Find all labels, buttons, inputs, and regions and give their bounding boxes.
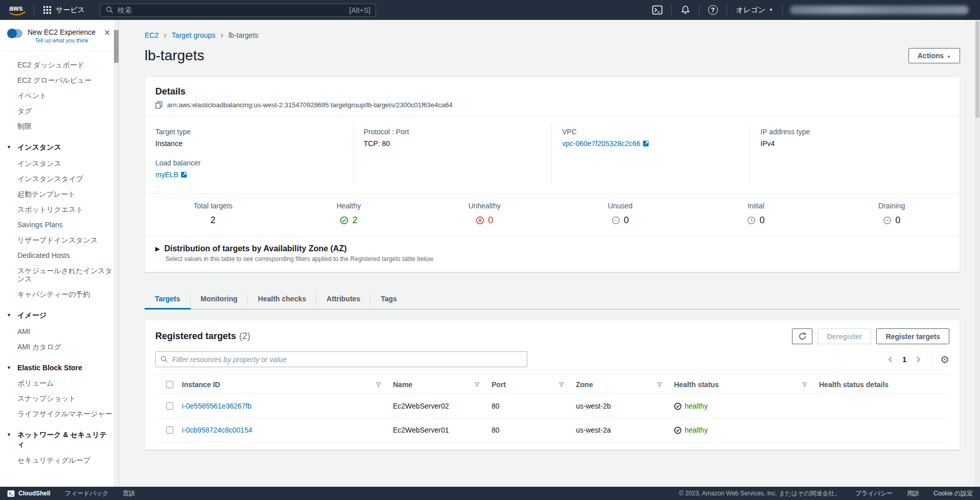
sidebar-item-snapshots[interactable]: スナップショット (0, 391, 119, 406)
sidebar-item-events[interactable]: イベント (0, 88, 119, 103)
filter-input[interactable] (172, 355, 522, 364)
footer-cookie-settings-link[interactable]: Cookie の設定 (926, 487, 980, 500)
sidebar-item-reserved-instances[interactable]: リザーブドインスタンス (0, 232, 119, 248)
vpc-link[interactable]: vpc-060e7f205328c2c66 (562, 139, 649, 148)
page-number[interactable]: 1 (899, 355, 909, 364)
sort-icon[interactable]: ▽ (475, 381, 479, 388)
breadcrumb: EC2 › Target groups › lb-targets (145, 31, 960, 39)
external-link-icon (643, 140, 649, 147)
close-icon[interactable]: ✕ (103, 28, 111, 37)
breadcrumb-current: lb-targets (228, 31, 258, 39)
sidebar-item-instances[interactable]: インスタンス (0, 156, 119, 171)
account-menu-redacted[interactable] (790, 6, 969, 14)
sidebar-item-limits[interactable]: 制限 (0, 118, 119, 134)
registered-targets-count: (2) (239, 331, 250, 342)
sidebar-section-network-security[interactable]: ▼ネットワーク & セキュリティ (0, 421, 119, 453)
sidebar-item-lifecycle-manager[interactable]: ライフサイクルマネージャー (0, 406, 119, 421)
new-experience-toggle[interactable] (7, 29, 22, 38)
filter-box (155, 351, 527, 367)
page-scrollbar[interactable] (975, 20, 980, 487)
cloudshell-button[interactable] (643, 0, 671, 20)
sidebar-item-ec2-global-view[interactable]: EC2 グローバルビュー (0, 73, 119, 88)
tab-monitoring[interactable]: Monitoring (191, 290, 248, 309)
gear-icon[interactable]: ⚙ (940, 354, 949, 365)
column-header-zone[interactable]: Zone▽ (576, 380, 674, 389)
column-header-instance-id[interactable]: Instance ID▽ (182, 380, 393, 389)
deregister-button[interactable]: Deregister (818, 328, 871, 344)
sidebar-item-ec2-dashboard[interactable]: EC2 ダッシュボード (0, 57, 119, 73)
register-targets-button[interactable]: Register targets (876, 328, 949, 344)
breadcrumb-target-groups[interactable]: Target groups (172, 31, 216, 39)
experience-feedback-link[interactable]: Tell us what you think (28, 37, 96, 43)
services-menu-button[interactable]: サービス (34, 0, 94, 20)
sidebar-item-ami[interactable]: AMI (0, 324, 119, 339)
check-circle-icon (340, 216, 348, 225)
clock-icon (747, 216, 756, 225)
region-selector[interactable]: オレゴン ▼ (727, 0, 782, 20)
select-all-checkbox[interactable] (166, 381, 173, 388)
sidebar-item-volumes[interactable]: ボリューム (0, 375, 119, 391)
notifications-button[interactable] (672, 0, 699, 20)
details-panel: Details arn:aws:elasticloadbalancing:us-… (145, 77, 960, 272)
row-checkbox[interactable] (166, 426, 173, 434)
sidebar-item-security-groups[interactable]: セキュリティグループ (0, 453, 119, 468)
registered-targets-heading: Registered targets (155, 331, 236, 342)
copy-icon[interactable] (155, 101, 162, 109)
scrollbar-thumb[interactable] (114, 30, 119, 63)
sort-icon[interactable]: ▽ (803, 381, 807, 388)
sidebar-item-savings-plans[interactable]: Savings Plans (0, 217, 119, 232)
main-content: EC2 › Target groups › lb-targets lb-targ… (119, 20, 980, 487)
sidebar-section-instances[interactable]: ▼インスタンス (0, 134, 119, 156)
sidebar-item-spot-requests[interactable]: スポットリクエスト (0, 202, 119, 217)
refresh-button[interactable] (792, 328, 812, 344)
vpc-label: VPC (562, 128, 739, 136)
column-header-port[interactable]: Port▽ (492, 380, 576, 389)
tab-health-checks[interactable]: Health checks (248, 290, 316, 309)
sidebar-item-tags[interactable]: タグ (0, 103, 119, 118)
sort-icon[interactable]: ▽ (559, 381, 564, 388)
sidebar-item-launch-templates[interactable]: 起動テンプレート (0, 186, 119, 202)
footer-language-link[interactable]: 言語 (115, 487, 142, 500)
footer-privacy-link[interactable]: プライバシー (848, 487, 900, 500)
search-icon (160, 355, 168, 363)
sidebar-item-scheduled-instances[interactable]: スケジュールされたインスタンス (0, 263, 119, 287)
sidebar-scrollbar[interactable] (114, 20, 119, 487)
chevron-right-icon: › (221, 32, 224, 39)
aws-logo-icon[interactable]: aws (8, 4, 27, 16)
sort-icon[interactable]: ▽ (377, 381, 381, 388)
sidebar-section-images[interactable]: ▼イメージ (0, 302, 119, 324)
sort-icon[interactable]: ▽ (658, 381, 662, 388)
sidebar-item-ami-catalog[interactable]: AMI カタログ (0, 339, 119, 354)
load-balancer-link[interactable]: myELB (155, 171, 187, 179)
sidebar-section-ebs[interactable]: ▼Elastic Block Store (0, 354, 119, 375)
distribution-expander[interactable]: ▶ Distribution of targets by Availabilit… (155, 244, 949, 253)
column-header-name[interactable]: Name▽ (393, 380, 492, 389)
breadcrumb-ec2[interactable]: EC2 (145, 31, 158, 39)
svg-text:aws: aws (9, 4, 23, 12)
sidebar-item-instance-types[interactable]: インスタンスタイプ (0, 171, 119, 186)
actions-button[interactable]: Actions▼ (908, 48, 960, 63)
footer-terms-link[interactable]: 用語 (900, 487, 926, 500)
global-search[interactable]: [Alt+S] (100, 4, 376, 17)
stat-draining: Draining 0 (824, 202, 960, 226)
sidebar-item-capacity-reservations[interactable]: キャパシティーの予約 (0, 287, 119, 302)
stat-healthy: Healthy 2 (281, 202, 417, 226)
sidebar-item-dedicated-hosts[interactable]: Dedicated Hosts (0, 248, 119, 263)
next-page-button[interactable] (912, 354, 925, 365)
previous-page-button[interactable] (883, 354, 897, 365)
help-button[interactable]: ? (699, 0, 727, 20)
stat-total-value: 2 (211, 215, 216, 226)
footer-feedback-link[interactable]: フィードバック (58, 487, 116, 500)
tab-attributes[interactable]: Attributes (316, 290, 370, 309)
instance-id-link[interactable]: i-0e5585561e36267fb (182, 402, 251, 410)
refresh-icon (798, 332, 807, 341)
ip-address-type-value: IPv4 (760, 139, 949, 148)
tab-targets[interactable]: Targets (145, 290, 191, 309)
row-checkbox[interactable] (166, 402, 173, 410)
footer-cloudshell-button[interactable]: CloudShell (0, 487, 58, 500)
search-input[interactable] (118, 6, 345, 14)
column-header-health-status[interactable]: Health status▽ (674, 380, 819, 389)
tab-tags[interactable]: Tags (370, 290, 407, 309)
instance-id-link[interactable]: i-0cb958724c8c00154 (182, 426, 252, 434)
scrollbar-thumb[interactable] (975, 21, 979, 118)
